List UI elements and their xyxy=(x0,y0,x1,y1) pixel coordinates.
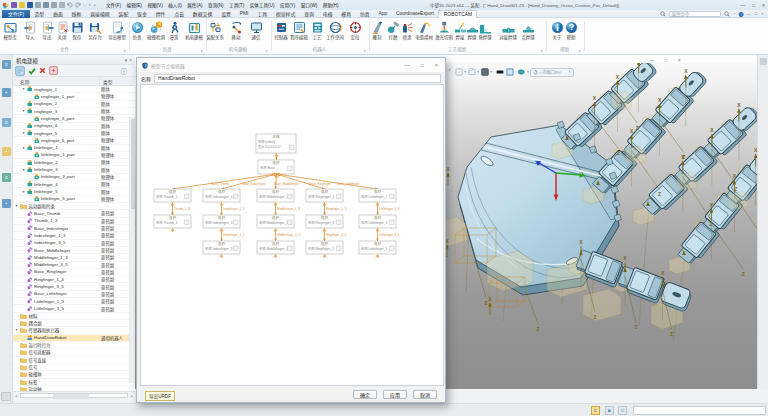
svg-text:Z: Z xyxy=(682,154,685,160)
svg-text:名称 Indexfinger_1: 名称 Indexfinger_1 xyxy=(205,194,233,199)
svg-text:X: X xyxy=(446,166,450,172)
svg-text:连杆: 连杆 xyxy=(272,241,280,246)
svg-text:连杆: 连杆 xyxy=(374,189,382,194)
svg-text:连杆: 连杆 xyxy=(321,189,329,194)
svg-text:Base_Ringfinger: Base_Ringfinger xyxy=(309,182,331,186)
svg-text:连杆: 连杆 xyxy=(169,189,177,194)
svg-text:基点 0,0,0,0,0,0°: 基点 0,0,0,0,0,0° xyxy=(258,144,282,149)
svg-text:Base_Thumb: Base_Thumb xyxy=(211,182,229,186)
svg-text:连杆: 连杆 xyxy=(272,215,280,220)
svg-text:连杆: 连杆 xyxy=(321,215,329,220)
svg-text:名称 Base: 名称 Base xyxy=(260,165,275,170)
svg-text:连杆: 连杆 xyxy=(374,241,382,246)
svg-text:名称 Indexfinger_5: 名称 Indexfinger_5 xyxy=(205,246,233,251)
svg-text:Z: Z xyxy=(670,331,673,337)
svg-text:Littlefinger_1_3: Littlefinger_1_3 xyxy=(379,207,400,211)
svg-text:Base_Littlefinger: Base_Littlefinger xyxy=(337,182,359,186)
svg-text:名称 Thumb_3: 名称 Thumb_3 xyxy=(156,220,178,225)
svg-text:名称 Middlefinger_1: 名称 Middlefinger_1 xyxy=(259,194,288,199)
svg-text:Middlefinger_3_5: Middlefinger_3_5 xyxy=(277,233,300,237)
svg-text:X: X xyxy=(661,270,665,276)
svg-text:Z: Z xyxy=(593,314,596,320)
svg-text:连杆: 连杆 xyxy=(169,215,177,220)
svg-text:名称 Middlefinger_5: 名称 Middlefinger_5 xyxy=(259,246,288,251)
svg-text:Z: Z xyxy=(658,191,661,197)
svg-text:Indexfinger_3_5: Indexfinger_3_5 xyxy=(223,233,245,237)
svg-text:X: X xyxy=(737,102,741,108)
svg-text:名称 Indexfinger_3: 名称 Indexfinger_3 xyxy=(205,220,233,225)
svg-text:Littlefinger_3_5: Littlefinger_3_5 xyxy=(379,233,400,237)
svg-text:X: X xyxy=(488,296,492,302)
svg-text:Z: Z xyxy=(536,326,539,332)
svg-text:连杆: 连杆 xyxy=(272,160,280,165)
svg-text:连杆: 连杆 xyxy=(321,241,329,246)
svg-text:?: ? xyxy=(568,22,573,32)
svg-text:X: X xyxy=(593,95,597,101)
svg-text:Ringfinger_3_5: Ringfinger_3_5 xyxy=(326,233,347,237)
svg-text:名称 Ringfinger_1: 名称 Ringfinger_1 xyxy=(308,194,334,199)
svg-text:名称 Littlefinger_5: 名称 Littlefinger_5 xyxy=(361,246,388,251)
svg-text:Indexfinger_1_3: Indexfinger_1_3 xyxy=(223,207,245,211)
svg-text:本体: 本体 xyxy=(272,134,280,139)
svg-text:名称 Littlefinger_3: 名称 Littlefinger_3 xyxy=(361,220,388,225)
svg-text:连杆: 连杆 xyxy=(374,215,382,220)
svg-text:Z: Z xyxy=(734,186,737,192)
svg-text:名称 (robot): 名称 (robot) xyxy=(258,139,275,144)
svg-text:名称 Ringfinger_3: 名称 Ringfinger_3 xyxy=(308,220,334,225)
svg-text:名称 Middlefinger_3: 名称 Middlefinger_3 xyxy=(259,220,288,225)
svg-text:名称 Thumb_1: 名称 Thumb_1 xyxy=(156,194,178,199)
svg-text:名称 Littlefinger_1: 名称 Littlefinger_1 xyxy=(361,194,388,199)
svg-text:Z: Z xyxy=(709,221,712,227)
svg-text:Z: Z xyxy=(742,271,745,277)
svg-text:Thumb_1_3: Thumb_1_3 xyxy=(174,207,190,211)
svg-text:连杆: 连杆 xyxy=(218,241,226,246)
svg-text:Ringfinger_1_3: Ringfinger_1_3 xyxy=(326,207,347,211)
svg-text:Z: Z xyxy=(617,150,620,156)
svg-text:Z: Z xyxy=(484,300,487,306)
svg-text:Base_Middlefinger: Base_Middlefinger xyxy=(274,182,299,186)
svg-text:Base_Indexfinger: Base_Indexfinger xyxy=(242,182,265,186)
svg-text:X: X xyxy=(623,255,627,261)
svg-text:连杆: 连杆 xyxy=(272,189,280,194)
svg-text:连杆: 连杆 xyxy=(218,215,226,220)
svg-text:Middlefinger_1_3: Middlefinger_1_3 xyxy=(277,207,300,211)
svg-text:名称 Ringfinger_5: 名称 Ringfinger_5 xyxy=(308,246,334,251)
svg-text:X: X xyxy=(710,127,714,133)
svg-text:Z: Z xyxy=(636,125,639,131)
svg-text:连杆: 连杆 xyxy=(218,189,226,194)
svg-text:Z: Z xyxy=(634,324,637,330)
